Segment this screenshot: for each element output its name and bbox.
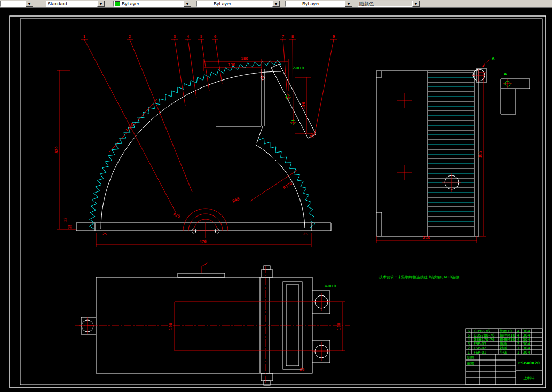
balloon-number: 4 bbox=[187, 35, 190, 39]
parts-cell: 2 bbox=[468, 346, 470, 350]
balloon-number: 2 bbox=[129, 35, 131, 39]
side-view: A bbox=[376, 57, 495, 236]
parts-cell: 4 bbox=[517, 329, 520, 333]
chevron-down-icon[interactable]: ▼ bbox=[345, 1, 352, 7]
parts-cell: GB6170-76 bbox=[474, 338, 495, 342]
lineweight-value: ByLayer bbox=[302, 1, 320, 6]
serrated-arc bbox=[89, 60, 281, 229]
chevron-down-icon[interactable]: ▼ bbox=[272, 1, 280, 7]
parts-cell: 4 bbox=[517, 333, 520, 338]
balloon-number: 1 bbox=[83, 35, 85, 39]
parts-cell: 1 bbox=[517, 350, 519, 355]
dim-12: 12 bbox=[63, 218, 67, 222]
laminated-plates bbox=[428, 73, 474, 226]
parts-cell: 衬板 bbox=[500, 346, 507, 350]
parts-cell: FSP-02 bbox=[474, 346, 486, 350]
plotstyle-dropdown[interactable]: 随颜色 ▼ bbox=[358, 1, 420, 7]
plan-view bbox=[75, 263, 350, 385]
dim-r25: R25 bbox=[172, 212, 181, 219]
note-2-holes: 2-Φ10 bbox=[293, 66, 304, 70]
lineweight-sample-icon bbox=[287, 4, 301, 4]
parts-cell: 304 bbox=[523, 329, 530, 333]
chevron-down-icon[interactable]: ▼ bbox=[412, 1, 420, 7]
part-name: 上料斗 bbox=[524, 376, 535, 380]
parts-cell: 3 bbox=[468, 342, 470, 346]
dim-210: 210 bbox=[423, 236, 430, 240]
drawing-canvas[interactable]: 180 130 320 476 12 15 25 25 R330 R170 R4… bbox=[0, 0, 552, 392]
balloon-leader bbox=[215, 39, 222, 84]
dim-146: 146 bbox=[302, 102, 306, 109]
linetype-sample-icon bbox=[198, 4, 212, 4]
lineweight-dropdown[interactable]: ByLayer ▼ bbox=[285, 1, 352, 7]
sign-label-2: 审核 bbox=[467, 362, 474, 366]
note-4-holes: 4-Φ10 bbox=[325, 284, 336, 289]
parts-cell: 垫圈10 bbox=[499, 329, 512, 333]
dim-r45: R45 bbox=[232, 197, 240, 204]
linetype-value: ByLayer bbox=[214, 1, 231, 6]
parts-cell: FSP-01 bbox=[474, 350, 486, 355]
parts-cell: 5 bbox=[468, 333, 470, 338]
chevron-down-icon[interactable]: ▼ bbox=[184, 1, 191, 7]
parts-cell: GB5780-76 bbox=[474, 333, 495, 338]
inner-arc bbox=[101, 71, 281, 229]
parts-cell: 6 bbox=[468, 329, 470, 333]
balloon-leader bbox=[175, 39, 185, 106]
balloon-leader bbox=[84, 39, 176, 213]
dim-25-plan: 25 bbox=[300, 367, 305, 372]
balloon-leader bbox=[188, 39, 196, 98]
side-dims: 210 365 bbox=[376, 73, 486, 243]
model-number: FSP40X20 bbox=[518, 361, 540, 365]
plan-dims: 110 110 25 4-Φ10 bbox=[169, 284, 345, 372]
parts-cell: 4 bbox=[468, 338, 470, 342]
balloon-leader bbox=[314, 39, 334, 138]
balloon-leader bbox=[201, 39, 209, 91]
text-style-value: Standard bbox=[46, 1, 97, 7]
balloon-number: 7 bbox=[282, 35, 284, 39]
linetype-dropdown[interactable]: ByLayer ▼ bbox=[196, 1, 280, 7]
inner-arc-2 bbox=[256, 145, 305, 228]
balloon-number: 9 bbox=[333, 35, 335, 39]
balloon-leader bbox=[283, 39, 287, 95]
dim-110-left: 110 bbox=[169, 323, 173, 330]
parts-cell: 4 bbox=[517, 338, 520, 342]
color-dropdown[interactable]: ByLayer ▼ bbox=[113, 1, 191, 7]
balloon-number: 8 bbox=[291, 35, 294, 39]
title-block: 6GB97-76垫圈1043045GB5780-76螺栓M1043044GB61… bbox=[466, 329, 542, 385]
parts-cell: 螺母M10 bbox=[500, 338, 515, 342]
dim-130: 130 bbox=[228, 63, 235, 67]
chevron-down-icon[interactable]: ▼ bbox=[26, 1, 33, 7]
chevron-down-icon[interactable]: ▼ bbox=[97, 1, 105, 7]
balloon-number: 3 bbox=[174, 35, 176, 39]
layer-field bbox=[0, 1, 26, 7]
dim-180: 180 bbox=[241, 57, 248, 61]
parts-cell: 304 bbox=[523, 338, 530, 342]
dim-476: 476 bbox=[199, 239, 207, 244]
balloon-number: 6 bbox=[214, 35, 217, 39]
parts-cell: 304 bbox=[523, 342, 530, 346]
balloon-leader bbox=[130, 39, 192, 192]
dim-25-left: 25 bbox=[102, 232, 107, 236]
tech-note: 技术要求：未注明焊接连接处 均以螺钉M10连接 bbox=[378, 275, 459, 279]
dim-15: 15 bbox=[68, 225, 72, 229]
dim-320: 320 bbox=[54, 146, 59, 153]
text-style-dropdown[interactable]: Standard ▼ bbox=[46, 1, 105, 7]
balloon-number: 5 bbox=[200, 35, 202, 39]
parts-cell: 侧板 bbox=[500, 342, 507, 346]
parts-cell: 304 bbox=[523, 350, 530, 355]
parts-cell: 螺栓M10 bbox=[500, 333, 515, 338]
layer-dropdown[interactable]: ▼ bbox=[0, 1, 33, 7]
dim-r170: R170 bbox=[282, 181, 293, 190]
detail-label-a: A bbox=[504, 72, 507, 76]
color-swatch-icon bbox=[115, 1, 120, 6]
parts-cell: 1 bbox=[517, 346, 519, 350]
parts-cell: 1 bbox=[468, 350, 470, 355]
parts-cell: 斗体 bbox=[500, 350, 507, 355]
detail-view: A bbox=[501, 72, 530, 114]
parts-cell: 304 bbox=[523, 333, 530, 338]
view-label-a: A bbox=[492, 57, 495, 61]
sign-label-1: 制图 bbox=[466, 356, 474, 360]
main-dims: 180 130 320 476 12 15 25 25 R330 R170 R4… bbox=[54, 57, 315, 247]
parts-cell: 2 bbox=[517, 342, 519, 346]
parts-cell: FSP-03 bbox=[474, 342, 486, 346]
dim-365: 365 bbox=[478, 151, 483, 158]
